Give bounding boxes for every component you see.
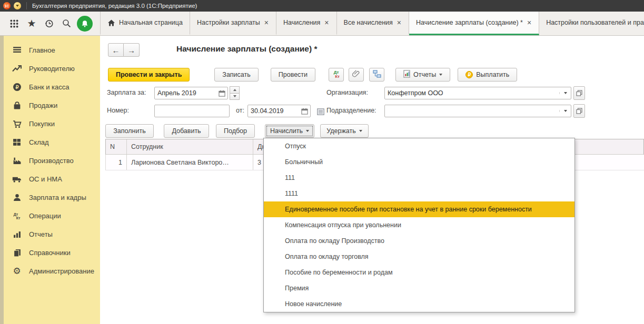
organization-input[interactable] xyxy=(385,89,559,97)
salary-for-label: Зарплата за: xyxy=(107,89,146,96)
sidebar-item-fixed-assets[interactable]: ОС и НМА xyxy=(4,170,100,188)
accrue-button[interactable]: Начислить xyxy=(265,124,314,138)
date-input[interactable] xyxy=(248,107,299,115)
close-icon[interactable]: × xyxy=(324,19,329,26)
structure-button[interactable] xyxy=(369,68,384,82)
post-and-close-button[interactable]: Провести и закрыть xyxy=(108,68,190,82)
sidebar-item-label: Руководителю xyxy=(29,65,75,73)
sidebar-item-label: Справочники xyxy=(29,249,71,257)
search-icon[interactable] xyxy=(60,17,73,31)
menu-grid-icon[interactable] xyxy=(7,17,21,31)
department-open-button[interactable] xyxy=(573,104,585,118)
chevron-down-icon xyxy=(16,5,19,7)
column-header-n[interactable]: N xyxy=(106,139,127,154)
tab-user-settings[interactable]: Настройки пользователей и прав × xyxy=(539,12,644,35)
fill-button[interactable]: Заполнить xyxy=(105,124,154,138)
close-icon[interactable]: × xyxy=(527,19,532,26)
reports-button[interactable]: Отчеты xyxy=(395,68,450,82)
dt-kt-postings-button[interactable]: ДтКт xyxy=(329,68,344,82)
add-button[interactable]: Добавить xyxy=(164,124,209,138)
titlebar-divider xyxy=(26,2,27,9)
person-icon xyxy=(12,193,22,202)
ruble-coin-icon: ₽ xyxy=(465,71,473,78)
tab-label: Начальная страница xyxy=(119,19,183,26)
history-icon[interactable] xyxy=(42,17,56,31)
page-title: Начисление зарплаты (создание) * xyxy=(176,44,317,54)
organization-field[interactable] xyxy=(384,87,571,99)
gear-icon: ⚙ xyxy=(12,267,22,276)
sidebar-item-purchases[interactable]: Покупки xyxy=(4,115,100,133)
spinner-down-button[interactable] xyxy=(230,94,240,100)
row-number-cell[interactable]: 1 xyxy=(106,155,127,170)
menu-item-111[interactable]: 111 xyxy=(264,170,574,186)
menu-item-salary-trade[interactable]: Оплата по окладу торговля xyxy=(264,249,574,265)
tab-all-accruals[interactable]: Все начисления × xyxy=(337,12,409,35)
department-field[interactable] xyxy=(384,105,571,117)
sidebar-item-bank-cash[interactable]: ₽ Банк и касса xyxy=(4,78,100,96)
tab-label: Настройки зарплаты xyxy=(197,19,260,26)
sidebar-item-label: Производство xyxy=(29,157,74,165)
number-input[interactable] xyxy=(154,105,230,117)
sidebar-item-directories[interactable]: Справочники xyxy=(4,244,100,262)
chevron-down-icon[interactable] xyxy=(559,92,571,94)
menu-item-bonus[interactable]: Премия xyxy=(264,280,574,296)
notifications-bell-icon[interactable] xyxy=(77,16,93,32)
close-icon[interactable]: × xyxy=(397,19,402,26)
back-button[interactable]: ← xyxy=(108,43,124,57)
sidebar-item-manager[interactable]: Руководителю xyxy=(4,59,100,78)
calendar-icon[interactable] xyxy=(216,90,227,97)
menu-item-early-pregnancy-benefit[interactable]: Единовременное пособие при постановке на… xyxy=(264,201,574,217)
tab-home[interactable]: Начальная страница xyxy=(100,12,190,35)
document-list-button[interactable] xyxy=(315,105,326,118)
close-icon[interactable]: × xyxy=(264,19,269,26)
menu-item-vacation[interactable]: Отпуск xyxy=(264,138,574,154)
save-button[interactable]: Записать xyxy=(214,68,258,82)
calendar-icon[interactable] xyxy=(299,108,310,115)
organization-label: Организация: xyxy=(326,89,368,96)
tab-salary-settings[interactable]: Настройки зарплаты × xyxy=(190,12,276,35)
document-toolbar: Провести и закрыть Записать Провести ДтК… xyxy=(108,67,517,82)
tab-label: Все начисления xyxy=(344,19,393,26)
sidebar-item-salary-hr[interactable]: Зарплата и кадры xyxy=(4,188,100,207)
sidebar-item-sales[interactable]: Продажи xyxy=(4,96,100,115)
salary-period-input[interactable] xyxy=(155,89,216,97)
organization-open-button[interactable] xyxy=(573,86,585,100)
department-input[interactable] xyxy=(385,107,559,115)
tab-label: Начисления xyxy=(283,19,320,26)
tab-accruals[interactable]: Начисления × xyxy=(276,12,337,35)
chevron-down-icon xyxy=(306,130,309,132)
sidebar-item-label: Отчеты xyxy=(29,230,53,238)
employee-cell[interactable]: Ларионова Светлана Викторо… xyxy=(127,155,253,170)
menu-item-new-accrual[interactable]: Новое начисление xyxy=(264,296,574,312)
date-from-label: от: xyxy=(236,107,244,114)
sidebar-item-reports[interactable]: Отчеты xyxy=(4,225,100,244)
column-header-employee[interactable]: Сотрудник xyxy=(127,139,253,154)
forward-button[interactable]: → xyxy=(124,43,140,57)
withhold-button[interactable]: Удержать xyxy=(320,124,369,138)
truck-icon xyxy=(12,175,22,184)
sidebar-item-operations[interactable]: ДтКт Операции xyxy=(4,207,100,225)
tab-payroll-creation[interactable]: Начисление зарплаты (создание) * × xyxy=(409,12,539,35)
history-nav: ← → xyxy=(108,43,140,57)
post-button[interactable]: Провести xyxy=(271,68,315,82)
sidebar-item-administration[interactable]: ⚙ Администрирование xyxy=(4,262,100,280)
date-field[interactable] xyxy=(247,105,311,117)
system-menu-button[interactable] xyxy=(14,2,21,9)
menu-item-vacation-compensation[interactable]: Компенсация отпуска при увольнении xyxy=(264,217,574,233)
menu-item-sick-leave[interactable]: Больничный xyxy=(264,154,574,170)
favorites-star-icon[interactable]: ★ xyxy=(25,17,38,31)
sidebar-item-label: ОС и НМА xyxy=(29,175,62,183)
attachments-button[interactable] xyxy=(349,68,364,82)
sidebar-item-main[interactable]: Главное xyxy=(4,41,100,59)
pay-button[interactable]: ₽ Выплатить xyxy=(458,68,517,82)
menu-item-maternity-benefit[interactable]: Пособие по беременности и родам xyxy=(264,265,574,280)
spinner-up-button[interactable] xyxy=(230,86,240,94)
pick-button[interactable]: Подбор xyxy=(216,124,255,138)
menu-item-1111[interactable]: 1111 xyxy=(264,186,574,201)
hierarchy-icon xyxy=(373,70,381,79)
sidebar-item-warehouse[interactable]: Склад xyxy=(4,133,100,151)
chevron-down-icon[interactable] xyxy=(559,110,571,112)
sidebar-item-production[interactable]: Производство xyxy=(4,151,100,170)
salary-period-field[interactable] xyxy=(154,87,228,99)
menu-item-salary-production[interactable]: Оплата по окладу Производство xyxy=(264,233,574,249)
